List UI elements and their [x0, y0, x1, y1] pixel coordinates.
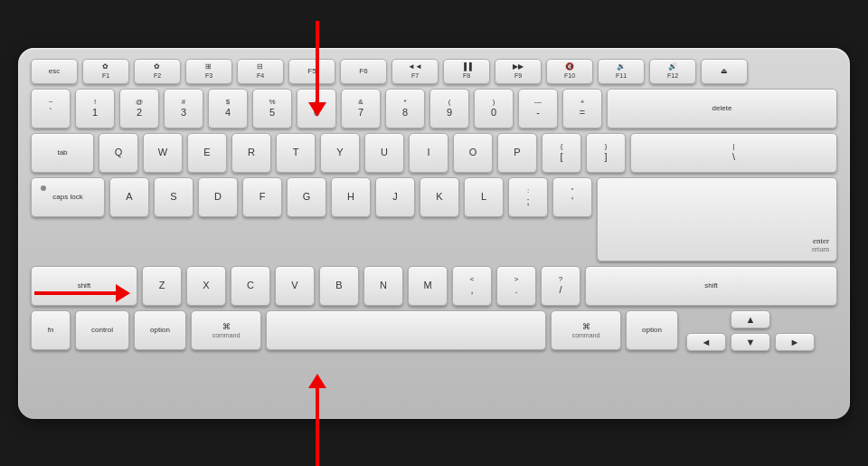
key-f1[interactable]: ✿F1: [82, 59, 129, 84]
key-c[interactable]: C: [231, 266, 270, 306]
key-control[interactable]: control: [75, 310, 129, 350]
key-v[interactable]: V: [275, 266, 315, 306]
key-e[interactable]: E: [187, 133, 227, 173]
key-equals[interactable]: + =: [562, 89, 602, 128]
key-comma[interactable]: < ,: [452, 266, 492, 306]
key-option-left[interactable]: option: [134, 310, 186, 350]
key-backtick[interactable]: ~ `: [31, 89, 71, 128]
key-d[interactable]: D: [198, 177, 238, 217]
key-f8[interactable]: ▐▐F8: [443, 59, 490, 84]
key-f2[interactable]: ✿F2: [134, 59, 181, 84]
key-arrow-left[interactable]: ◄: [686, 333, 726, 351]
key-f10[interactable]: 🔇F10: [546, 59, 593, 84]
key-arrow-down[interactable]: ▼: [731, 333, 770, 351]
keyboard-body: esc ✿F1 ✿F2 ⊞F3 ⊟F4 F5 F6 ◄◄F7 ▐▐F8 ▶▶F9…: [18, 48, 850, 419]
key-y[interactable]: Y: [320, 133, 360, 173]
key-4[interactable]: $ 4: [208, 89, 248, 128]
key-g[interactable]: G: [287, 177, 326, 217]
key-enter[interactable]: enter return: [597, 177, 837, 262]
keyboard-wrapper: esc ✿F1 ✿F2 ⊞F3 ⊟F4 F5 F6 ◄◄F7 ▐▐F8 ▶▶F9…: [18, 21, 850, 446]
key-f[interactable]: F: [242, 177, 282, 217]
key-i[interactable]: I: [409, 133, 448, 173]
key-w[interactable]: W: [143, 133, 183, 173]
key-fn[interactable]: fn: [31, 310, 71, 350]
key-slash[interactable]: ? /: [541, 266, 580, 306]
arrow-down-top: [308, 21, 326, 117]
key-f6[interactable]: F6: [340, 59, 387, 84]
key-5[interactable]: % 5: [252, 89, 292, 128]
key-p[interactable]: P: [497, 133, 537, 173]
key-close-bracket[interactable]: } ]: [586, 133, 626, 173]
key-1[interactable]: ! 1: [75, 89, 115, 128]
key-3[interactable]: # 3: [164, 89, 203, 128]
key-x[interactable]: X: [186, 266, 226, 306]
key-spacebar[interactable]: [266, 310, 546, 350]
key-f4[interactable]: ⊟F4: [237, 59, 284, 84]
key-7[interactable]: & 7: [341, 89, 381, 128]
key-eject[interactable]: ⏏: [701, 59, 748, 84]
arrow-lr-row: ◄ ▼ ►: [686, 333, 815, 351]
key-tab[interactable]: tab: [31, 133, 94, 173]
key-backslash[interactable]: | \: [630, 133, 837, 173]
caps-lock-indicator: [41, 185, 46, 191]
arrow-cluster: ▲ ◄ ▼ ►: [686, 310, 815, 351]
key-m[interactable]: M: [408, 266, 448, 306]
key-open-bracket[interactable]: { [: [542, 133, 581, 173]
key-n[interactable]: N: [363, 266, 403, 306]
key-delete[interactable]: delete: [607, 89, 837, 128]
arrow-up-command: [308, 374, 326, 467]
key-f9[interactable]: ▶▶F9: [495, 59, 542, 84]
key-o[interactable]: O: [453, 133, 493, 173]
key-8[interactable]: * 8: [385, 89, 425, 128]
key-a[interactable]: A: [109, 177, 149, 217]
asdf-row: caps lock A S D F G H J K L : ; " ' ente…: [31, 177, 837, 262]
key-9[interactable]: ( 9: [429, 89, 469, 128]
key-2[interactable]: @ 2: [119, 89, 159, 128]
key-arrow-up[interactable]: ▲: [731, 310, 770, 328]
key-option-right[interactable]: option: [626, 310, 678, 350]
key-b[interactable]: B: [319, 266, 359, 306]
key-j[interactable]: J: [375, 177, 415, 217]
key-f11[interactable]: 🔉F11: [598, 59, 645, 84]
key-r[interactable]: R: [231, 133, 271, 173]
key-s[interactable]: S: [154, 177, 193, 217]
key-semicolon[interactable]: : ;: [508, 177, 548, 217]
arrow-right-shift: [34, 284, 130, 302]
key-0[interactable]: ) 0: [474, 89, 514, 128]
key-command-left[interactable]: ⌘ command: [191, 310, 261, 350]
key-k[interactable]: K: [420, 177, 459, 217]
key-quote[interactable]: " ': [552, 177, 592, 217]
zxcv-row: shift Z X C V B N M < , > . ? / shift: [31, 266, 837, 306]
qwerty-row: tab Q W E R T Y U I O P { [ } ] | \: [31, 133, 837, 173]
key-u[interactable]: U: [364, 133, 404, 173]
key-f12[interactable]: 🔊F12: [649, 59, 696, 84]
key-minus[interactable]: — -: [518, 89, 558, 128]
key-esc[interactable]: esc: [31, 59, 78, 84]
key-z[interactable]: Z: [142, 266, 182, 306]
key-f3[interactable]: ⊞F3: [185, 59, 232, 84]
numbers-row: ~ ` ! 1 @ 2 # 3 $ 4 % 5: [31, 89, 837, 128]
bottom-row: fn control option ⌘ command ⌘ command op…: [31, 310, 837, 351]
key-l[interactable]: L: [464, 177, 504, 217]
key-arrow-right[interactable]: ►: [775, 333, 815, 351]
key-h[interactable]: H: [331, 177, 371, 217]
key-f7[interactable]: ◄◄F7: [392, 59, 439, 84]
key-command-right[interactable]: ⌘ command: [551, 310, 621, 350]
key-q[interactable]: Q: [99, 133, 138, 173]
key-t[interactable]: T: [276, 133, 316, 173]
key-caps-lock[interactable]: caps lock: [31, 177, 105, 217]
function-row: esc ✿F1 ✿F2 ⊞F3 ⊟F4 F5 F6 ◄◄F7 ▐▐F8 ▶▶F9…: [31, 59, 837, 84]
arrow-up-row: ▲: [686, 310, 815, 328]
key-shift-right[interactable]: shift: [585, 266, 837, 306]
key-period[interactable]: > .: [496, 266, 536, 306]
